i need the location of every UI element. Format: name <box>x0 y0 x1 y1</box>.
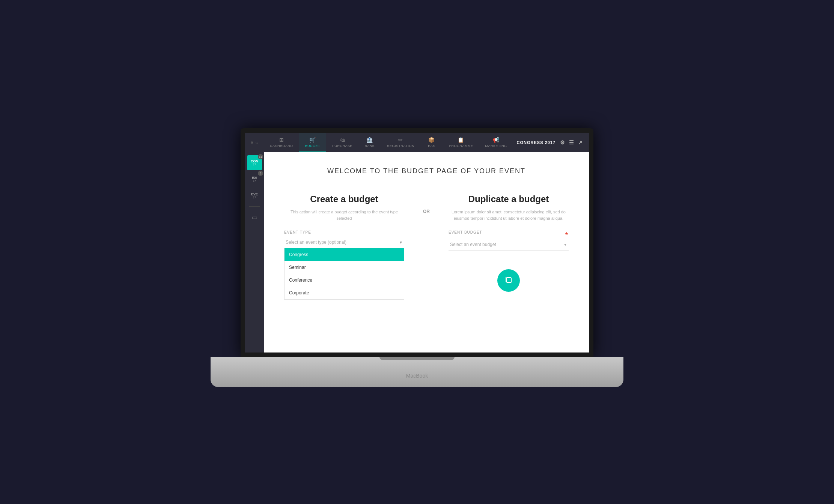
add-icon: ▭ <box>252 214 257 221</box>
tab-registration-label: REGISTRATION <box>387 144 414 148</box>
event-type-dropdown-menu: Congress Seminar Conference Corporate <box>284 248 404 300</box>
programme-icon: 📋 <box>458 137 464 143</box>
chevron-down-icon-budget: ▼ <box>563 243 567 247</box>
event-type-placeholder: Select an event type (optional) <box>286 240 346 245</box>
tab-bank-label: BANK <box>365 144 375 148</box>
tab-dashboard[interactable]: ⊞ DASHBOARD <box>264 133 299 152</box>
bank-icon: 🏦 <box>366 137 373 143</box>
create-budget-section: Create a budget This action will create … <box>273 194 415 300</box>
or-text: OR <box>423 209 430 214</box>
dropdown-item-corporate[interactable]: Corporate <box>285 286 404 299</box>
dropdown-item-seminar[interactable]: Seminar <box>285 261 404 274</box>
tab-programme-label: PROGRAMME <box>449 144 473 148</box>
or-divider: OR <box>415 194 437 229</box>
purchase-icon: 🛍 <box>340 137 345 143</box>
sidebar-item-exi17[interactable]: EXI 17 6 <box>247 172 262 187</box>
tab-marketing[interactable]: 📢 MARKETING <box>479 133 513 152</box>
macbook-label: MacBook <box>406 373 428 379</box>
sidebar-item-eve17-abbr: EVE <box>251 193 258 196</box>
event-type-dropdown[interactable]: Select an event type (optional) ▼ <box>284 237 404 248</box>
macbook-screen: ∨ ○ ⊞ DASHBOARD 🛒 BUDGET 🛍 PURCHASE <box>241 128 593 357</box>
page-title: WELCOME TO THE BUDGET PAGE OF YOUR EVENT <box>271 167 581 175</box>
tab-purchase-label: PURCHASE <box>332 144 352 148</box>
nav-left-controls: ∨ ○ <box>245 140 264 146</box>
top-nav: ∨ ○ ⊞ DASHBOARD 🛒 BUDGET 🛍 PURCHASE <box>245 133 589 152</box>
svg-rect-0 <box>507 278 511 282</box>
sidebar-item-con17-abbr: CON <box>251 160 258 163</box>
app: ∨ ○ ⊞ DASHBOARD 🛒 BUDGET 🛍 PURCHASE <box>245 133 589 352</box>
dashboard-icon: ⊞ <box>279 137 284 143</box>
macbook-base: MacBook <box>211 357 623 387</box>
event-type-field: EVENT TYPE Select an event type (optiona… <box>284 230 404 300</box>
nav-right-icons: ⚙ ☰ ↗ <box>560 140 583 146</box>
create-budget-heading: Create a budget <box>284 194 404 204</box>
menu-icon[interactable]: ☰ <box>569 140 574 146</box>
sidebar-item-con17-badge: 11 <box>258 154 263 159</box>
tab-programme[interactable]: 📋 PROGRAMME <box>443 133 479 152</box>
registration-icon: ✏ <box>398 137 403 143</box>
required-star: ★ <box>565 231 569 236</box>
macbook-wrapper: ∨ ○ ⊞ DASHBOARD 🛒 BUDGET 🛍 PURCHASE <box>211 117 623 387</box>
main-layout: CON 17 11 EXI 17 6 EVE 17 <box>245 152 589 352</box>
sidebar-add-icon[interactable]: ▭ <box>247 210 262 225</box>
duplicate-budget-heading: Duplicate a budget <box>449 194 569 204</box>
budget-options: Create a budget This action will create … <box>271 194 581 300</box>
event-budget-dropdown[interactable]: Select an event budget ▼ <box>449 239 569 250</box>
window-circle: ○ <box>255 140 258 146</box>
sidebar-item-exi17-year: 17 <box>253 180 256 182</box>
event-type-label: EVENT TYPE <box>284 230 404 234</box>
dropdown-item-congress[interactable]: Congress <box>285 248 404 261</box>
window-control: ∨ <box>250 140 254 145</box>
app-title: CONGRESS 2017 <box>517 140 555 145</box>
tab-eas-label: EAS <box>428 144 435 148</box>
eas-icon: 📦 <box>428 137 435 143</box>
tab-budget-label: BUDGET <box>305 144 321 148</box>
tab-bank[interactable]: 🏦 BANK <box>358 133 381 152</box>
expand-icon[interactable]: ↗ <box>578 140 583 146</box>
create-budget-desc: This action will create a budget accordi… <box>284 209 404 221</box>
content-area: WELCOME TO THE BUDGET PAGE OF YOUR EVENT… <box>264 152 589 352</box>
duplicate-button[interactable] <box>497 269 520 292</box>
duplicate-budget-section: Duplicate a budget Lorem ipsum dolor sit… <box>437 194 580 292</box>
sidebar: CON 17 11 EXI 17 6 EVE 17 <box>245 152 264 352</box>
copy-icon <box>504 275 513 286</box>
sidebar-item-exi17-badge: 6 <box>258 171 263 176</box>
chevron-down-icon: ▼ <box>399 240 403 244</box>
sidebar-item-exi17-abbr: EXI <box>252 176 257 180</box>
sidebar-item-con17-year: 17 <box>253 163 256 166</box>
sidebar-item-con17[interactable]: CON 17 11 <box>247 155 262 170</box>
event-budget-label: EVENT BUDGET <box>449 230 482 234</box>
dropdown-item-conference[interactable]: Conference <box>285 274 404 286</box>
sidebar-divider <box>249 206 260 207</box>
tab-purchase[interactable]: 🛍 PURCHASE <box>326 133 358 152</box>
nav-right: CONGRESS 2017 ⚙ ☰ ↗ <box>517 140 589 146</box>
settings-icon[interactable]: ⚙ <box>560 140 565 146</box>
tab-marketing-label: MARKETING <box>485 144 507 148</box>
event-budget-placeholder: Select an event budget <box>450 242 496 247</box>
event-budget-field: EVENT BUDGET ★ Select an event budget ▼ <box>449 230 569 250</box>
duplicate-budget-desc: Lorem ipsum dolor sit amet, consectetur … <box>449 209 569 221</box>
nav-tabs: ⊞ DASHBOARD 🛒 BUDGET 🛍 PURCHASE 🏦 BANK <box>264 133 517 152</box>
marketing-icon: 📢 <box>493 137 500 143</box>
tab-dashboard-label: DASHBOARD <box>270 144 293 148</box>
tab-registration[interactable]: ✏ REGISTRATION <box>381 133 420 152</box>
tab-budget[interactable]: 🛒 BUDGET <box>299 133 327 152</box>
sidebar-item-eve17[interactable]: EVE 17 <box>247 188 262 203</box>
sidebar-item-eve17-year: 17 <box>253 196 256 199</box>
budget-icon: 🛒 <box>309 137 316 143</box>
tab-eas[interactable]: 📦 EAS <box>420 133 443 152</box>
